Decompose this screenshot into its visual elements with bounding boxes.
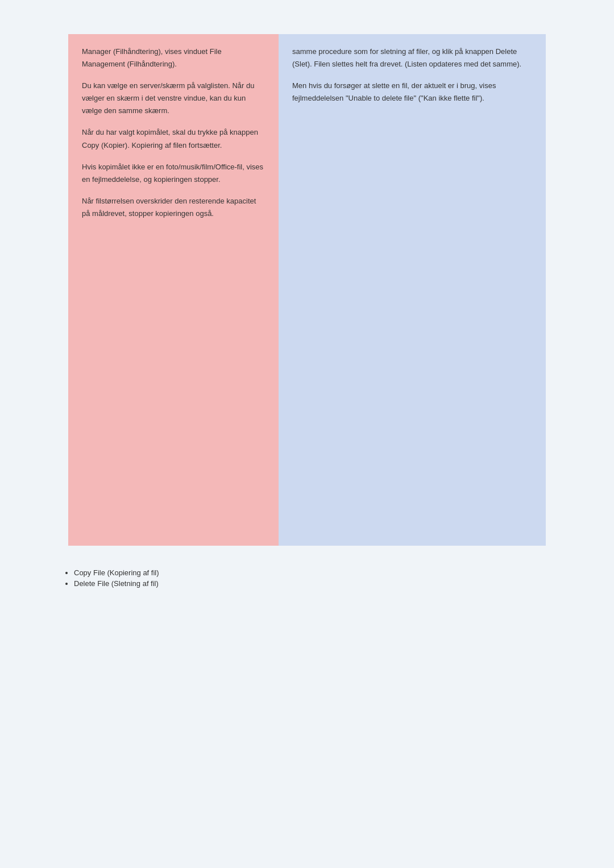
right-paragraph-2: Men hvis du forsøger at slette en fil, d… (292, 80, 532, 105)
right-text-2: Men hvis du forsøger at slette en fil, d… (292, 81, 496, 102)
left-panel: Manager (Filhåndtering), vises vinduet F… (68, 34, 279, 546)
left-paragraph-2: Du kan vælge en server/skærm på valglist… (82, 80, 265, 117)
right-text-1: samme procedure som for sletning af file… (292, 47, 521, 68)
left-paragraph-1: Manager (Filhåndtering), vises vinduet F… (82, 45, 265, 70)
right-panel: samme procedure som for sletning af file… (279, 34, 546, 546)
left-text-3: Når du har valgt kopimålet, skal du tryk… (82, 128, 258, 149)
bullet-item-1: Copy File (Kopiering af fil) (74, 568, 546, 577)
right-paragraph-1: samme procedure som for sletning af file… (292, 45, 532, 70)
left-text-2: Du kan vælge en server/skærm på valglist… (82, 81, 254, 115)
left-text-5: Når filstørrelsen overskrider den rester… (82, 197, 256, 218)
two-column-layout: Manager (Filhåndtering), vises vinduet F… (68, 34, 546, 546)
page-container: Manager (Filhåndtering), vises vinduet F… (68, 34, 546, 590)
left-text-1: Manager (Filhåndtering), vises vinduet F… (82, 47, 222, 68)
left-paragraph-4: Hvis kopimålet ikke er en foto/musik/fil… (82, 161, 265, 186)
left-text-4: Hvis kopimålet ikke er en foto/musik/fil… (82, 163, 263, 184)
left-paragraph-3: Når du har valgt kopimålet, skal du tryk… (82, 126, 265, 151)
left-paragraph-5: Når filstørrelsen overskrider den rester… (82, 195, 265, 220)
bullet-item-2: Delete File (Sletning af fil) (74, 579, 546, 588)
bullet-list: Copy File (Kopiering af fil) Delete File… (68, 568, 546, 590)
